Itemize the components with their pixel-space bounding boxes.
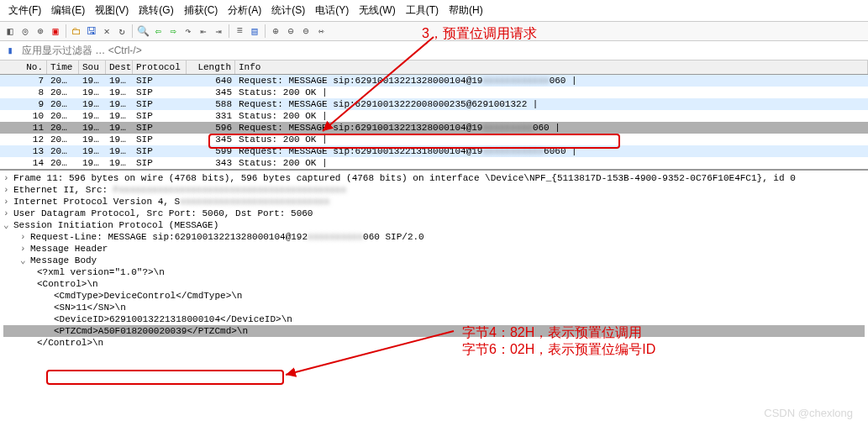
- close-icon[interactable]: ✕: [100, 24, 113, 38]
- menu-telephony[interactable]: 电话(Y): [310, 2, 354, 19]
- zoom-in-icon[interactable]: ⊕: [269, 24, 282, 38]
- col-time[interactable]: Time: [47, 60, 79, 74]
- open-icon[interactable]: 🗀: [70, 24, 83, 38]
- prev-icon[interactable]: ⇦: [151, 24, 165, 38]
- message-header[interactable]: Message Header: [30, 243, 108, 255]
- save-icon[interactable]: 🖫: [85, 24, 98, 38]
- expand-icon[interactable]: ›: [3, 184, 13, 196]
- menu-view[interactable]: 视图(V): [90, 2, 134, 19]
- display-filter-input[interactable]: [20, 43, 865, 58]
- col-proto[interactable]: Protocol: [133, 60, 187, 74]
- menu-statistics[interactable]: 统计(S): [266, 2, 310, 19]
- request-line[interactable]: Request-Line: MESSAGE sip:62910013221328…: [30, 231, 424, 243]
- control-close[interactable]: </Control>\n: [37, 337, 103, 349]
- menu-file[interactable]: 文件(F): [3, 2, 46, 19]
- packet-row[interactable]: 820…19…19…SIP345Status: 200 OK |: [0, 87, 868, 98]
- jump-icon[interactable]: ↷: [181, 24, 195, 38]
- menu-edit[interactable]: 编辑(E): [46, 2, 90, 19]
- cmdtype[interactable]: <CmdType>DeviceControl</CmdType>\n: [54, 290, 242, 302]
- col-info[interactable]: Info: [235, 60, 868, 74]
- packet-row[interactable]: 1320…19…19…SIP599Request: MESSAGE sip:62…: [0, 145, 868, 157]
- menu-goto[interactable]: 跳转(G): [134, 2, 178, 19]
- expand-icon[interactable]: ›: [3, 196, 13, 208]
- collapse-icon[interactable]: ⌄: [3, 219, 13, 231]
- sn[interactable]: <SN>11</SN>\n: [54, 302, 126, 313]
- highlight-ptzcmd: [46, 370, 284, 385]
- expand-icon[interactable]: ›: [3, 172, 13, 184]
- menu-capture[interactable]: 捕获(C): [179, 2, 224, 19]
- packet-details[interactable]: ›Frame 11: 596 bytes on wire (4768 bits)…: [0, 169, 868, 350]
- toolbar-icon[interactable]: ◎: [18, 24, 32, 38]
- collapse-icon[interactable]: ⌄: [20, 255, 30, 266]
- menu-tools[interactable]: 工具(T): [401, 2, 444, 19]
- colorize-icon[interactable]: ▤: [248, 24, 261, 38]
- packet-row[interactable]: 1120…19…19…SIP596Request: MESSAGE sip:62…: [0, 122, 868, 134]
- packet-row[interactable]: 1420…19…19…SIP343Status: 200 OK |: [0, 157, 868, 169]
- ptzcmd[interactable]: <PTZCmd>A50F018200020039</PTZCmd>\n: [54, 325, 248, 337]
- bookmark-icon[interactable]: ▮: [3, 44, 17, 57]
- ethernet-line[interactable]: Ethernet II, Src: Fxxxxxxxxxxxxxxxxxxxxx…: [13, 184, 346, 196]
- control-open[interactable]: <Control>\n: [37, 278, 98, 290]
- toolbar-icon[interactable]: ⊚: [34, 24, 47, 38]
- col-dst[interactable]: Dest: [106, 60, 133, 74]
- menu-help[interactable]: 帮助(H): [444, 2, 488, 19]
- col-src[interactable]: Sou: [79, 60, 106, 74]
- menu-wireless[interactable]: 无线(W): [354, 2, 400, 19]
- zoom-out-icon[interactable]: ⊖: [284, 24, 297, 38]
- goto-last-icon[interactable]: ⇥: [212, 24, 225, 38]
- col-len[interactable]: Length: [187, 60, 235, 74]
- udp-line[interactable]: User Datagram Protocol, Src Port: 5060, …: [13, 208, 313, 219]
- watermark: CSDN @chexlong: [764, 407, 853, 419]
- zoom-reset-icon[interactable]: ⊜: [299, 24, 313, 38]
- packet-row[interactable]: 1220…19…19…SIP345Status: 200 OK |: [0, 134, 868, 145]
- reload-icon[interactable]: ↻: [115, 24, 129, 38]
- deviceid[interactable]: <DeviceID>62910013221318000104</DeviceID…: [54, 313, 292, 325]
- xml-decl[interactable]: <?xml version="1.0"?>\n: [37, 266, 165, 278]
- resize-cols-icon[interactable]: ⇿: [314, 24, 328, 38]
- expand-icon[interactable]: ›: [20, 231, 30, 243]
- col-no[interactable]: No.: [0, 60, 47, 74]
- menu-analyze[interactable]: 分析(A): [223, 2, 266, 19]
- packet-list-header: No. Time Sou Dest Protocol Length Info: [0, 60, 868, 75]
- packet-row[interactable]: 720…19…19…SIP640Request: MESSAGE sip:629…: [0, 75, 868, 87]
- frame-line[interactable]: Frame 11: 596 bytes on wire (4768 bits),…: [13, 172, 796, 184]
- message-body[interactable]: Message Body: [30, 255, 97, 266]
- search-icon[interactable]: 🔍: [136, 24, 150, 38]
- autoscroll-icon[interactable]: ≡: [233, 24, 246, 38]
- expand-icon[interactable]: ›: [20, 243, 30, 255]
- ipv4-line[interactable]: Internet Protocol Version 4, Sxxxxxxxxxx…: [13, 196, 329, 208]
- toolbar-icon[interactable]: ◧: [3, 24, 17, 38]
- packet-row[interactable]: 920…19…19…SIP588Request: MESSAGE sip:629…: [0, 98, 868, 110]
- display-filter-row: ▮: [0, 41, 868, 60]
- menu-bar: 文件(F) 编辑(E) 视图(V) 跳转(G) 捕获(C) 分析(A) 统计(S…: [0, 0, 868, 22]
- packet-row[interactable]: 1020…19…19…SIP331Status: 200 OK |: [0, 110, 868, 122]
- sip-line[interactable]: Session Initiation Protocol (MESSAGE): [13, 219, 218, 231]
- goto-first-icon[interactable]: ⇤: [197, 24, 210, 38]
- toolbar-icon[interactable]: ▣: [49, 24, 62, 38]
- next-icon[interactable]: ⇨: [166, 24, 180, 38]
- toolbar: ◧ ◎ ⊚ ▣ 🗀 🖫 ✕ ↻ 🔍 ⇦ ⇨ ↷ ⇤ ⇥ ≡ ▤ ⊕ ⊖ ⊜ ⇿: [0, 22, 868, 41]
- expand-icon[interactable]: ›: [3, 208, 13, 219]
- packet-list[interactable]: 720…19…19…SIP640Request: MESSAGE sip:629…: [0, 75, 868, 169]
